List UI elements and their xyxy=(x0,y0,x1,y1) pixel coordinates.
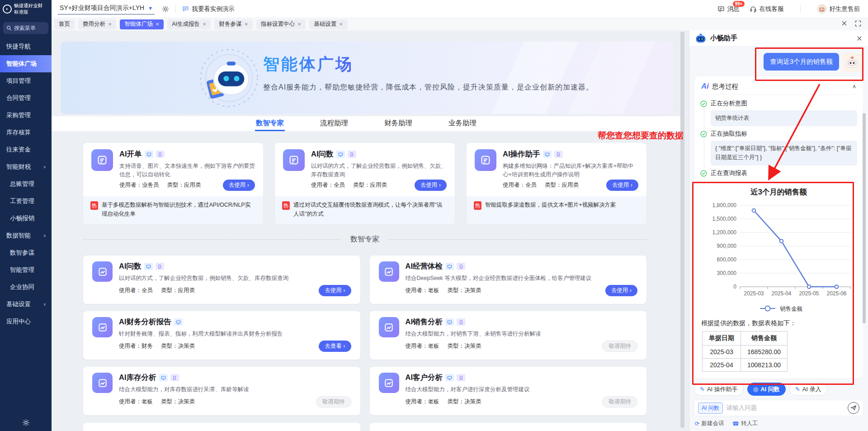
expert-card[interactable]: AI销售分析 结合大模型能力，对销售下滑、未销售等进行分析解读 使用者：老板 类… xyxy=(370,311,647,360)
top-bar: ◐ 畅捷通好业财 标准版 SY+好业财项目合同演示+LYH ▼ 我要看实例演示 … xyxy=(0,0,868,18)
agent-card[interactable]: AI问数 以对话的方式，了解企业经营数据，例如销售、欠款、库存数据查询 使用者：… xyxy=(275,143,455,222)
category-tab[interactable]: 流程助理 xyxy=(319,116,349,131)
expert-action-button[interactable]: 去使用 › xyxy=(319,285,351,296)
tab-chip[interactable]: 智能体广场 ✕ xyxy=(120,19,164,29)
sidebar-item[interactable]: 项目管理 xyxy=(0,72,52,90)
expert-card-user: 使用者：全员 xyxy=(119,287,153,294)
category-tab[interactable]: 数智专家 xyxy=(255,116,285,131)
main-scrollbar[interactable] xyxy=(680,32,684,428)
agent-icon xyxy=(92,261,113,282)
online-service-button[interactable]: 在线客服 xyxy=(750,5,784,13)
messages-button[interactable]: 消息 99+ xyxy=(717,5,740,13)
agent-card[interactable]: AI开单 支持语音、图片、文本快速生单，例如下游客户的要货信息，可以自动转化 使… xyxy=(83,143,263,222)
category-tab[interactable]: 财务助理 xyxy=(383,116,413,131)
expert-card-type: 类型：决策类 xyxy=(448,342,481,350)
tab-close-icon[interactable]: ✕ xyxy=(339,22,343,27)
tab-close-icon[interactable]: ✕ xyxy=(244,22,248,27)
sidebar-item[interactable]: 合同管理 xyxy=(0,90,52,107)
cell-amount: 1008213.00 xyxy=(741,359,788,372)
expert-agent-grid: AI问数 以对话的方式，了解企业经营数据，例如销售、欠款、库存数据查询 使用者：… xyxy=(83,256,646,415)
collapse-chevron-icon[interactable]: ∧ xyxy=(852,83,856,90)
sidebar-item[interactable]: 采购管理 xyxy=(0,107,52,124)
table-row: 2025-03 1685280.00 xyxy=(703,346,788,359)
step-label: 正在抽取指标 xyxy=(711,130,747,138)
sidebar-settings-gear-icon[interactable] xyxy=(0,419,52,426)
expert-action-button[interactable]: 去使用 › xyxy=(605,285,637,296)
sidebar-item[interactable]: 智能管理 xyxy=(0,261,52,279)
quick-action-button[interactable]: ✎ AI 操作助手 xyxy=(694,383,744,396)
footer-link[interactable]: ☎ 转人工 xyxy=(732,420,758,427)
hot-badge: 热 xyxy=(474,201,481,210)
sidebar-item-label: 智能管理 xyxy=(10,266,34,274)
messages-badge: 99+ xyxy=(733,1,745,7)
expert-card[interactable]: AI问数 以对话的方式，了解企业经营数据，例如销售、欠款、库存数据查询 使用者：… xyxy=(83,256,360,304)
sidebar-item[interactable]: 数据智能 ∧ xyxy=(0,227,52,244)
expert-action-button[interactable]: 敬请期待 xyxy=(602,396,637,407)
sidebar-item[interactable]: 总账管理 xyxy=(0,175,52,193)
question-input[interactable]: AI 问数 请输入问题 xyxy=(694,400,863,416)
sidebar-item[interactable]: 智能体广场 xyxy=(0,55,52,72)
expert-card[interactable]: AI客户分析 结合大模型能力，对客户进行深度分析及管理建议 使用者：老板 类型：… xyxy=(370,367,647,415)
sidebar-item[interactable]: 数智参谋 xyxy=(0,244,52,261)
user-account[interactable]: 好生意售前 xyxy=(817,4,860,14)
tab-close-icon[interactable]: ✕ xyxy=(203,22,206,27)
tab-close-icon[interactable]: ✕ xyxy=(108,22,112,27)
sidebar-item[interactable]: 企业协同 xyxy=(0,279,52,296)
ai-logo: Ai xyxy=(701,82,709,91)
tab-chip[interactable]: 财务参谋 ✕ xyxy=(214,19,252,29)
settings-gear-icon[interactable] xyxy=(162,5,169,13)
agent-action-button[interactable]: 去使用 › xyxy=(415,180,447,191)
expert-action-button[interactable]: 去查看 › xyxy=(319,341,351,352)
sidebar-item[interactable]: 往来资金 xyxy=(0,141,52,158)
tab-chip[interactable]: 首页 ✕ xyxy=(54,19,75,29)
agent-action-button[interactable]: 去使用 › xyxy=(606,180,638,191)
sidebar-item[interactable]: 智能财税 ∧ xyxy=(0,158,52,175)
menu-search-input[interactable]: 搜索菜单 xyxy=(3,22,48,34)
org-selector[interactable]: SY+好业财项目合同演示+LYH ▼ xyxy=(58,3,155,14)
expert-action-button[interactable]: 敬请期待 xyxy=(602,341,637,352)
tab-chip[interactable]: 指标设置中心 ✕ xyxy=(256,19,306,29)
expert-card-type: 类型：决策类 xyxy=(448,287,481,294)
sidebar-item[interactable]: 基础设置 ∨ xyxy=(0,296,52,313)
quick-actions-row: ✎ AI 操作助手 ◎ AI 问数 ✎ AI 录入 xyxy=(694,383,863,396)
step-detail: 销货单统计表 xyxy=(711,110,857,126)
panel-scrollbar[interactable] xyxy=(863,113,866,323)
chat-history[interactable]: 查询近3个月的销售额 Ai 思考过程 ∧ xyxy=(689,47,868,379)
sidebar-item[interactable]: 库存核算 xyxy=(0,124,52,141)
tab-chip[interactable]: AI生成报告 ✕ xyxy=(167,19,211,29)
sidebar-item[interactable]: 工资管理 xyxy=(0,193,52,210)
tab-close-icon[interactable]: ✕ xyxy=(156,22,159,27)
quick-action-button[interactable]: ✎ AI 录入 xyxy=(789,383,827,396)
desktop-icon xyxy=(543,151,552,158)
close-icon[interactable] xyxy=(841,20,848,27)
section-divider-label: 数智专家 xyxy=(341,235,388,244)
expert-action-button[interactable]: 敬请期待 xyxy=(316,396,351,407)
sidebar-item[interactable]: 应用中心 xyxy=(0,313,52,330)
expert-card[interactable]: AI财务分析报告 针对财务账簿、报表、指标，利用大模型解读并出具财务分析报告 使… xyxy=(83,311,360,360)
fullscreen-icon[interactable] xyxy=(855,20,861,27)
headset-icon xyxy=(750,5,757,13)
footer-link[interactable]: ⟳ 新建会话 xyxy=(695,420,724,427)
sidebar-item-label: 总账管理 xyxy=(10,180,34,188)
demo-link[interactable]: 我要看实例演示 xyxy=(182,5,235,13)
sidebar-item[interactable]: 小畅报销 xyxy=(0,210,52,227)
mobile-icon xyxy=(457,263,465,270)
send-button[interactable] xyxy=(848,402,859,414)
quick-action-button[interactable]: ◎ AI 问数 xyxy=(747,383,786,396)
expert-card-type: 类型：决策类 xyxy=(448,398,481,406)
category-tab[interactable]: 业务助理 xyxy=(448,116,477,131)
input-mode-tag[interactable]: AI 问数 xyxy=(698,403,723,414)
think-step: 正在抽取指标 { "维度":["单据日期"], "指标":["销售金额"], "… xyxy=(700,130,857,169)
tab-close-icon[interactable]: ✕ xyxy=(297,22,301,27)
check-circle-icon xyxy=(700,100,707,107)
tab-chip[interactable]: 费用分析 ✕ xyxy=(78,19,116,29)
quick-action-icon: ✎ xyxy=(700,386,705,393)
agent-card[interactable]: AI操作助手 构建多维知识网络：产品知识库+解决方案库+帮助中心+培训资料生成用… xyxy=(467,143,646,222)
panel-close-icon[interactable] xyxy=(856,35,863,42)
expert-card[interactable]: AI库存分析 结合大模型能力，对库存数据进行呆滞、库龄等解读 使用者：老板 类型… xyxy=(83,367,360,415)
tab-chip[interactable]: 基础设置 ✕ xyxy=(309,19,347,29)
desktop-icon xyxy=(445,318,454,326)
sidebar-item[interactable]: 快捷导航 xyxy=(0,38,52,55)
agent-action-button[interactable]: 去使用 › xyxy=(223,180,255,191)
expert-card[interactable]: AI经营体检 结合DeepSeek 等大模型，对企业经营数据进行全面体检，给客户… xyxy=(370,256,647,304)
